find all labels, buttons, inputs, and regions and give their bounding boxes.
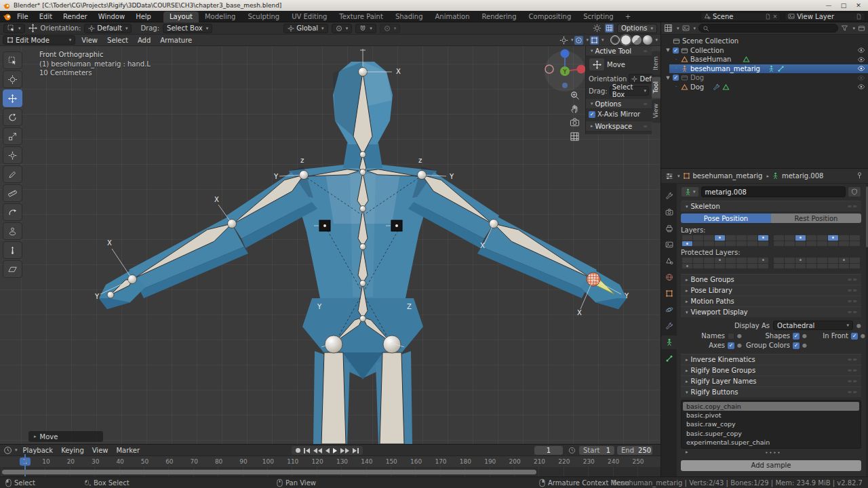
tab-bone[interactable]	[661, 352, 677, 365]
menu-item[interactable]: Edit	[34, 13, 58, 20]
menu-item[interactable]: Help	[130, 13, 157, 20]
rigify-sample-row[interactable]: basic.super_copy	[683, 429, 859, 438]
eye-icon[interactable]	[857, 56, 865, 64]
workspace-tab[interactable]: Texture Paint	[333, 12, 389, 22]
layer-cell[interactable]	[774, 264, 784, 269]
tool-extrude[interactable]	[3, 241, 22, 259]
new-scene-icon[interactable]	[765, 14, 771, 20]
tab-view-layer[interactable]	[661, 238, 677, 251]
layer-cell[interactable]	[715, 258, 725, 263]
end-frame-field[interactable]: End250	[617, 446, 652, 455]
eye-icon[interactable]	[857, 83, 865, 91]
layer-cell[interactable]	[785, 235, 795, 241]
skeleton-panel-header[interactable]: ▾Skeleton≡≡	[681, 201, 861, 211]
gizmo-dropdown[interactable]	[559, 36, 568, 45]
layer-cell[interactable]	[736, 258, 747, 263]
tool-transform[interactable]	[3, 146, 22, 164]
use-preview-range-icon[interactable]	[568, 447, 576, 454]
tab-constraints[interactable]	[661, 319, 677, 333]
display-as-dropdown[interactable]: Octahedral▾	[773, 321, 853, 330]
workspace-tab[interactable]: Modeling	[199, 12, 242, 22]
tool-rotate[interactable]	[3, 108, 22, 126]
viewport-display-panel-header[interactable]: ▾Viewport Display≡≡	[681, 306, 861, 317]
tool-annotate[interactable]	[3, 165, 22, 183]
shading-solid-button[interactable]	[621, 35, 631, 45]
outliner-row-collection[interactable]: ▼✓ Collection	[661, 46, 868, 56]
shading-wireframe-button[interactable]	[610, 35, 620, 45]
layer-cell[interactable]	[795, 258, 806, 263]
layer-cell[interactable]	[806, 258, 816, 263]
group-colors-checkbox[interactable]: ✓	[793, 342, 800, 349]
pose-position-button[interactable]: Pose Position	[681, 214, 771, 223]
layer-cell[interactable]	[774, 258, 784, 263]
x-axis-mirror-checkbox[interactable]: ✓	[589, 111, 595, 118]
tool-roll[interactable]	[3, 203, 22, 221]
armature-layers-grid[interactable]	[682, 235, 861, 246]
collection-checkbox[interactable]: ✓	[673, 47, 679, 54]
new-view-layer-icon[interactable]	[856, 14, 862, 20]
sidebar-tab[interactable]: Item	[652, 52, 660, 75]
snap-dropdown[interactable]: ▾	[355, 24, 376, 33]
layer-cell[interactable]	[828, 241, 838, 247]
layer-cell[interactable]	[850, 235, 860, 241]
record-button[interactable]	[296, 448, 300, 453]
shading-rendered-button[interactable]	[643, 35, 652, 45]
collection-checkbox[interactable]: ✓	[673, 75, 679, 81]
layer-cell[interactable]	[682, 258, 692, 263]
tool-drag-dropdown[interactable]: Select Box▾	[610, 86, 649, 96]
layer-cell[interactable]	[774, 235, 784, 241]
shapes-checkbox[interactable]: ✓	[793, 333, 800, 340]
layer-cell[interactable]	[850, 241, 860, 247]
layer-cell[interactable]	[726, 235, 736, 241]
workspace-tab[interactable]: UV Editing	[285, 12, 333, 22]
overlays-toggle[interactable]	[574, 36, 583, 45]
panel-header[interactable]: ▸Pose Library≡≡	[681, 285, 861, 296]
move-tool-icon[interactable]	[28, 24, 37, 33]
layer-cell[interactable]	[817, 235, 827, 241]
outliner-row-scene-collection[interactable]: Scene Collection	[661, 37, 868, 46]
viewport-3d[interactable]: XXXYYzzYXXYYZ Front Orthographic (1) bes…	[0, 46, 660, 444]
play-button[interactable]	[333, 448, 337, 453]
layer-cell[interactable]	[795, 264, 806, 269]
mode-dropdown[interactable]: Edit Mode▾	[3, 35, 75, 45]
operator-panel[interactable]: ▸Move	[28, 431, 103, 442]
keyframe-icon[interactable]	[605, 24, 614, 33]
menu-item[interactable]: File	[12, 13, 34, 20]
properties-editor-icon[interactable]	[665, 172, 673, 180]
workspace-tab[interactable]: Sculpting	[241, 12, 285, 22]
view-layer-selector[interactable]: View Layer	[785, 12, 865, 21]
workspace-tab[interactable]: Shading	[389, 12, 429, 22]
blender-menu-icon[interactable]	[3, 12, 12, 21]
viewport-menu-item[interactable]: Armature	[155, 37, 197, 44]
outliner-row-dog-collection[interactable]: ▼✓ Dog	[661, 73, 868, 83]
layer-cell[interactable]	[693, 258, 703, 263]
protected-layers-grid[interactable]	[682, 258, 861, 268]
panel-header[interactable]: ▸Motion Paths≡≡	[681, 296, 861, 306]
panel-header[interactable]: ▸Bone Groups≡≡	[681, 274, 861, 285]
add-sample-button[interactable]: Add sample	[681, 460, 861, 471]
layer-cell[interactable]	[715, 235, 725, 241]
viewport-menu-item[interactable]: Add	[133, 37, 155, 44]
fake-user-shield-button[interactable]	[848, 186, 861, 197]
tab-output[interactable]	[661, 222, 677, 235]
rigify-sample-row[interactable]: basic.raw_copy	[683, 420, 859, 428]
layer-cell[interactable]	[693, 264, 703, 269]
tab-world[interactable]	[661, 270, 677, 284]
outliner-row-metarig[interactable]: · besehuman_metarig	[669, 64, 868, 74]
proportional-editing-dropdown[interactable]: ▾	[380, 24, 401, 33]
layer-cell[interactable]	[839, 264, 849, 269]
layer-cell[interactable]	[806, 264, 816, 269]
tool-cursor[interactable]	[3, 70, 22, 88]
layer-cell[interactable]	[682, 264, 692, 269]
active-tool-panel-header[interactable]: ▾Active Tool≡	[586, 46, 652, 56]
timeline-menu-item[interactable]: View▾	[88, 447, 113, 454]
armature-datablock-dropdown[interactable]: ▾	[681, 186, 699, 197]
drag-dropdown[interactable]: Select Box▾	[163, 24, 212, 33]
tool-measure[interactable]	[3, 184, 22, 202]
next-keyframe-button[interactable]	[340, 448, 349, 453]
layer-cell[interactable]	[726, 264, 736, 269]
filter-icon[interactable]	[841, 24, 848, 32]
pan-hand-icon[interactable]	[570, 104, 580, 115]
play-reverse-button[interactable]	[326, 448, 330, 453]
layer-cell[interactable]	[850, 264, 860, 269]
